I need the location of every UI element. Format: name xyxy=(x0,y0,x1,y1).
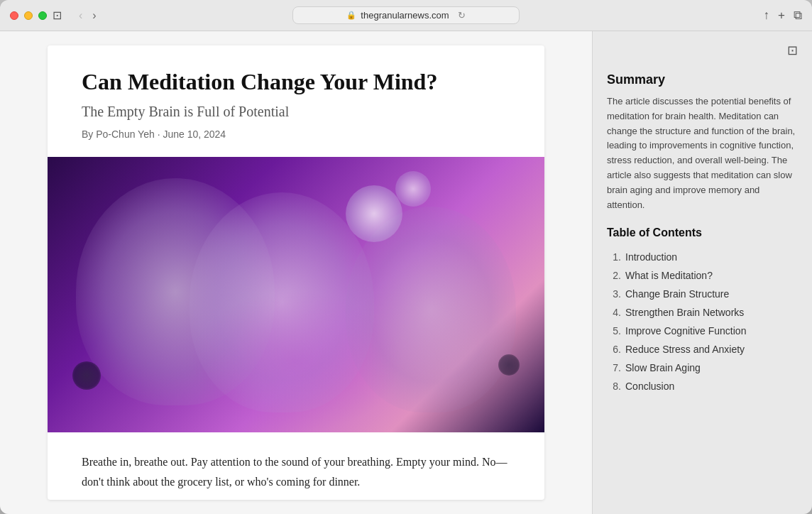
toc-number: 2. xyxy=(607,270,621,281)
toc-label: Improve Cognitive Function xyxy=(625,325,746,337)
article-image xyxy=(48,157,544,432)
titlebar: ⊡ ‹ › 🔒 thegranularnews.com ↻ ↑ + ⧉ xyxy=(0,0,812,31)
article-body-text: Breathe in, breathe out. Pay attention t… xyxy=(82,452,510,491)
toc-number: 7. xyxy=(607,362,621,373)
content-area: Can Meditation Change Your Mind? The Emp… xyxy=(0,31,812,514)
toc-item[interactable]: 3.Change Brain Structure xyxy=(607,285,798,303)
nav-buttons: ‹ › xyxy=(76,8,99,23)
traffic-lights xyxy=(10,11,47,20)
toc-number: 4. xyxy=(607,307,621,318)
sidebar-panel-toggle-icon[interactable]: ⊡ xyxy=(787,43,798,58)
address-bar[interactable]: 🔒 thegranularnews.com ↻ xyxy=(292,6,520,24)
sidebar-pane: ⊡ Summary The article discusses the pote… xyxy=(592,31,812,514)
toc-item[interactable]: 1.Introduction xyxy=(607,248,798,266)
forward-button[interactable]: › xyxy=(89,8,99,23)
toc-number: 6. xyxy=(607,344,621,355)
toc-label: Change Brain Structure xyxy=(625,288,729,300)
lock-icon: 🔒 xyxy=(346,11,356,20)
toc-label: Reduce Stress and Anxiety xyxy=(625,344,745,355)
back-button[interactable]: ‹ xyxy=(76,8,85,23)
titlebar-center: 🔒 thegranularnews.com ↻ xyxy=(292,6,520,24)
toc-number: 5. xyxy=(607,325,621,337)
article-card: Can Meditation Change Your Mind? The Emp… xyxy=(48,45,544,500)
new-tab-button[interactable]: + xyxy=(778,9,785,23)
share-button[interactable]: ↑ xyxy=(764,9,770,23)
toc-item[interactable]: 4.Strengthen Brain Networks xyxy=(607,303,798,322)
article-byline: By Po-Chun Yeh · June 10, 2024 xyxy=(82,128,510,140)
toc-label: Strengthen Brain Networks xyxy=(625,307,744,318)
minimize-button[interactable] xyxy=(24,11,33,20)
titlebar-right: ↑ + ⧉ xyxy=(764,9,802,23)
toc-heading: Table of Contents xyxy=(607,226,798,239)
summary-heading: Summary xyxy=(607,72,798,87)
orb-3 xyxy=(72,361,101,390)
article-body: Breathe in, breathe out. Pay attention t… xyxy=(48,432,544,500)
toc-item[interactable]: 5.Improve Cognitive Function xyxy=(607,322,798,340)
toc-label: Introduction xyxy=(625,251,677,263)
purple-glow xyxy=(190,290,402,432)
tabs-button[interactable]: ⧉ xyxy=(794,9,802,23)
toc-list: 1.Introduction2.What is Meditation?3.Cha… xyxy=(607,248,798,395)
orb-1 xyxy=(346,185,402,242)
toc-label: Slow Brain Aging xyxy=(625,362,701,373)
toc-item[interactable]: 2.What is Meditation? xyxy=(607,266,798,285)
toc-number: 3. xyxy=(607,288,621,300)
toc-item[interactable]: 6.Reduce Stress and Anxiety xyxy=(607,340,798,359)
toc-item[interactable]: 7.Slow Brain Aging xyxy=(607,359,798,377)
browser-pane[interactable]: Can Meditation Change Your Mind? The Emp… xyxy=(0,31,592,514)
sidebar-top-icons: ⊡ xyxy=(607,43,798,58)
close-button[interactable] xyxy=(10,11,18,20)
refresh-button[interactable]: ↻ xyxy=(458,10,466,21)
maximize-button[interactable] xyxy=(38,11,47,20)
url-text: thegranularnews.com xyxy=(361,10,449,21)
toc-label: Conclusion xyxy=(625,381,674,392)
toc-label: What is Meditation? xyxy=(625,270,713,281)
article-title: Can Meditation Change Your Mind? xyxy=(82,68,510,95)
toc-number: 8. xyxy=(607,381,621,392)
toc-section: Table of Contents 1.Introduction2.What i… xyxy=(607,226,798,395)
article-subtitle: The Empty Brain is Full of Potential xyxy=(82,104,510,120)
summary-text: The article discusses the potential bene… xyxy=(607,94,798,212)
orb-4 xyxy=(498,354,520,376)
toc-item[interactable]: 8.Conclusion xyxy=(607,377,798,395)
sidebar-toggle-button[interactable]: ⊡ xyxy=(50,7,65,23)
browser-window: ⊡ ‹ › 🔒 thegranularnews.com ↻ ↑ + ⧉ Can … xyxy=(0,0,812,514)
toc-number: 1. xyxy=(607,251,621,263)
orb-2 xyxy=(395,171,431,207)
summary-section: Summary The article discusses the potent… xyxy=(607,72,798,212)
article-header: Can Meditation Change Your Mind? The Emp… xyxy=(48,45,544,157)
